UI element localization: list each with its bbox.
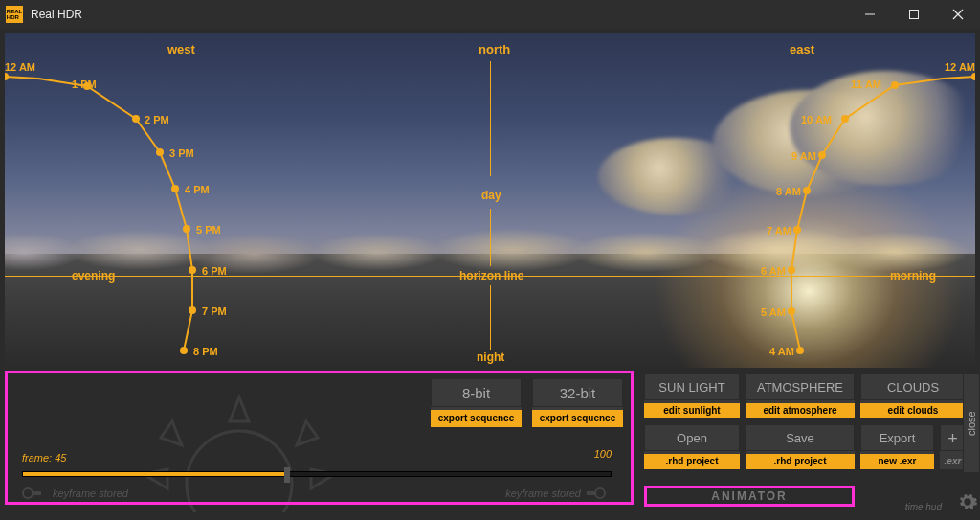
save-button[interactable]: Save.rhd project xyxy=(746,424,855,469)
app-icon: REALHDR xyxy=(6,6,23,23)
sky-preview[interactable]: west north east day horizon line night e… xyxy=(5,33,975,368)
open-button[interactable]: Open.rhd project xyxy=(644,424,740,469)
export-8bit-sub: export sequence xyxy=(431,410,522,427)
key-icon[interactable] xyxy=(22,486,49,500)
animator-button[interactable]: ANIMATOR xyxy=(644,486,855,507)
keyframe-stored-right: keyframe stored xyxy=(505,487,581,499)
titlebar: REALHDR Real HDR xyxy=(0,0,980,29)
gear-icon[interactable] xyxy=(957,491,978,516)
export-button[interactable]: Exportnew .exr xyxy=(860,424,934,469)
window-title: Real HDR xyxy=(31,8,82,21)
time-label: 7 AM xyxy=(767,225,791,237)
frame-handle[interactable] xyxy=(284,467,290,483)
tool-panel: SUN LIGHTedit sunlight ATMOSPHEREedit at… xyxy=(644,373,974,469)
key-icon[interactable] xyxy=(585,486,612,500)
svg-rect-11 xyxy=(32,491,41,495)
time-label: 6 AM xyxy=(761,265,786,277)
keyframe-stored-left: keyframe stored xyxy=(53,487,128,499)
export-32bit-button[interactable]: 32-bit export sequence xyxy=(532,378,623,427)
time-dot[interactable] xyxy=(793,226,801,234)
svg-point-12 xyxy=(595,488,605,498)
close-window-button[interactable] xyxy=(936,0,980,29)
minimize-button[interactable] xyxy=(848,0,892,29)
time-dot[interactable] xyxy=(788,307,795,315)
time-dot[interactable] xyxy=(796,347,804,354)
morning-track xyxy=(5,33,975,368)
export-32bit-title: 32-bit xyxy=(532,378,623,407)
time-label: 5 AM xyxy=(761,306,786,318)
export-8bit-button[interactable]: 8-bit export sequence xyxy=(431,378,522,427)
time-label: 9 AM xyxy=(791,150,816,162)
clouds-button[interactable]: CLOUDSedit clouds xyxy=(860,373,966,418)
time-dot[interactable] xyxy=(788,266,795,274)
svg-rect-1 xyxy=(910,11,919,19)
frame-label: frame: 45 xyxy=(22,452,66,463)
export-8bit-title: 8-bit xyxy=(431,378,522,407)
export-32bit-sub: export sequence xyxy=(532,410,623,427)
time-dot[interactable] xyxy=(891,81,899,89)
time-dot[interactable] xyxy=(841,115,849,123)
atmosphere-button[interactable]: ATMOSPHEREedit atmosphere xyxy=(746,373,855,418)
time-label: 4 AM xyxy=(769,346,794,357)
time-hud-label: time hud xyxy=(905,502,942,512)
time-dot[interactable] xyxy=(971,73,975,80)
keyframe-line: keyframe stored keyframe stored xyxy=(22,484,612,503)
svg-point-10 xyxy=(23,488,33,498)
frame-max: 100 xyxy=(594,448,612,460)
time-dot[interactable] xyxy=(803,187,811,194)
time-dot[interactable] xyxy=(818,151,826,159)
time-label: 8 AM xyxy=(776,186,801,197)
time-label: 10 AM xyxy=(801,114,832,125)
close-panel-button[interactable]: close xyxy=(963,373,980,473)
time-label: 11 AM xyxy=(851,79,881,90)
maximize-button[interactable] xyxy=(892,0,936,29)
time-label: 12 AM xyxy=(945,61,975,73)
add-exr-button[interactable]: +.exr xyxy=(940,424,966,469)
svg-rect-13 xyxy=(587,491,596,495)
frame-fill xyxy=(23,472,287,476)
frame-slider[interactable]: frame: 45 100 xyxy=(22,448,612,477)
frame-track[interactable] xyxy=(22,471,612,477)
sunlight-button[interactable]: SUN LIGHTedit sunlight xyxy=(644,373,740,418)
animator-label: ANIMATOR xyxy=(711,489,788,503)
